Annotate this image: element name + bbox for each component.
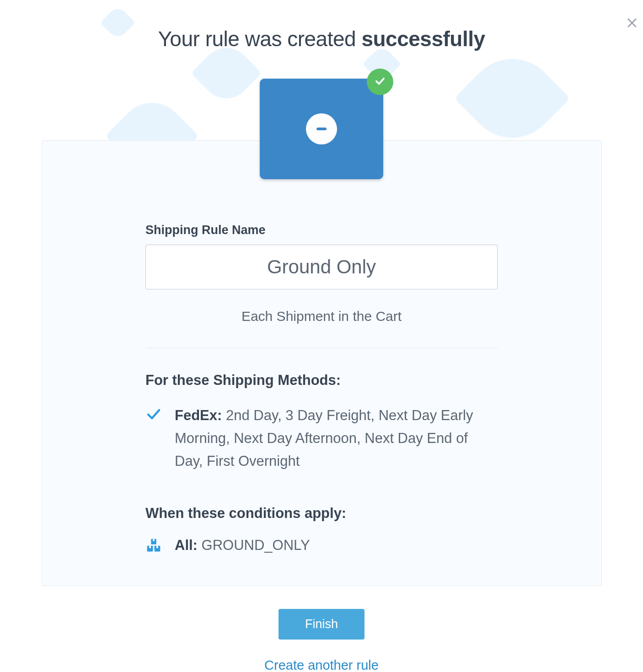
rule-card-icon: [260, 79, 383, 179]
svg-rect-5: [149, 545, 151, 548]
condition-row: All: GROUND_ONLY: [145, 537, 498, 554]
checkmark-icon: [374, 75, 386, 89]
create-another-link[interactable]: Create another rule: [0, 658, 643, 672]
sparkle-decoration: [454, 40, 571, 157]
actions-region: Finish Create another rule: [0, 609, 643, 672]
conditions-heading: When these conditions apply:: [145, 505, 498, 522]
method-text: FedEx: 2nd Day, 3 Day Freight, Next Day …: [175, 404, 498, 473]
scope-caption: Each Shipment in the Cart: [145, 309, 498, 324]
method-carrier-label: FedEx:: [175, 407, 222, 423]
minus-circle-icon: [306, 113, 337, 144]
close-icon: [626, 16, 638, 31]
boxes-icon: [145, 537, 162, 554]
svg-rect-3: [153, 539, 155, 541]
success-badge: [367, 69, 393, 95]
rule-name-input[interactable]: [155, 256, 488, 278]
methods-heading: For these Shipping Methods:: [145, 372, 498, 389]
rule-name-label: Shipping Rule Name: [145, 223, 498, 237]
close-button[interactable]: [621, 13, 643, 35]
rule-icon-stage: [260, 79, 383, 179]
condition-value: GROUND_ONLY: [202, 537, 310, 553]
finish-button[interactable]: Finish: [279, 609, 364, 640]
method-row: FedEx: 2nd Day, 3 Day Freight, Next Day …: [145, 404, 498, 473]
svg-rect-7: [156, 545, 158, 548]
summary-panel: Shipping Rule Name Each Shipment in the …: [42, 140, 602, 586]
page-title-emphasis: successfully: [361, 27, 485, 51]
rule-name-input-wrap[interactable]: [145, 245, 498, 289]
condition-text: All: GROUND_ONLY: [175, 537, 310, 554]
page-title: Your rule was created successfully: [0, 27, 643, 51]
page-title-prefix: Your rule was created: [158, 27, 361, 51]
section-divider: [145, 348, 498, 348]
condition-qualifier-label: All:: [175, 537, 198, 553]
checkmark-icon: [145, 406, 162, 422]
